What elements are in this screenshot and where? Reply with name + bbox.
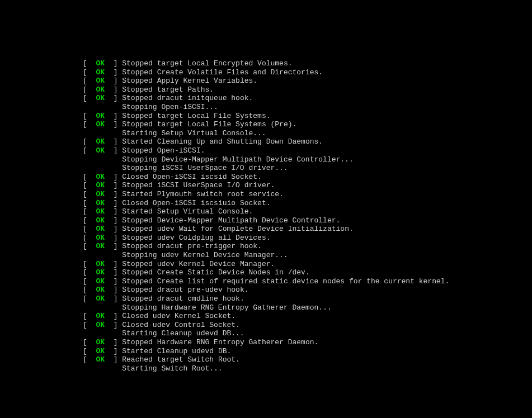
boot-message: Stopped Apply Kernel Variables.: [122, 77, 257, 86]
boot-message: Stopped udev Coldplug all Devices.: [122, 234, 270, 243]
bracket-open: [: [83, 277, 87, 286]
status-pad: [105, 173, 114, 182]
bracket-open: [: [83, 260, 87, 269]
boot-message: Reached target Switch Root.: [122, 355, 240, 364]
status-pad: [87, 86, 96, 94]
boot-line: [ OK ] Stopped target Local Encrypted Vo…: [83, 59, 532, 68]
boot-message: Started Cleaning Up and Shutting Down Da…: [122, 137, 323, 146]
boot-message: Stopped Create list of required static d…: [122, 277, 449, 286]
status-ok: OK: [96, 112, 105, 121]
bracket-open: [: [83, 77, 87, 86]
boot-message: Stopped dracut cmdline hook.: [122, 294, 244, 303]
status-pad: [105, 112, 114, 121]
bracket-open: [: [83, 137, 87, 146]
bracket-open: [: [83, 68, 87, 77]
status-ok: OK: [96, 173, 105, 182]
status-ok: OK: [96, 286, 105, 294]
boot-message: Starting Cleanup udevd DB...: [122, 329, 244, 338]
boot-line: [ OK ] Closed Open-iSCSI iscsid Socket.: [83, 173, 532, 182]
status-pad: [87, 137, 96, 146]
boot-line: [ OK ] Stopped udev Kernel Device Manage…: [83, 260, 532, 269]
spacer: [117, 68, 122, 77]
spacer: [117, 234, 122, 243]
boot-message: Stopped dracut pre-trigger hook.: [122, 242, 262, 251]
status-pad: [87, 225, 96, 234]
boot-message: Stopped target Paths.: [122, 86, 214, 94]
bracket-open: [: [83, 207, 87, 216]
boot-line: [ OK ] Started Plymouth switch root serv…: [83, 190, 532, 199]
status-pad: [87, 234, 96, 243]
bracket-close: ]: [114, 277, 118, 286]
boot-line: [ OK ] Stopped Create Static Device Node…: [83, 268, 532, 277]
boot-line: [ OK ] Stopped Create Volatile Files and…: [83, 68, 532, 77]
status-ok: OK: [96, 181, 105, 190]
status-pad: [87, 59, 96, 68]
status-pad: [105, 338, 114, 347]
status-ok: OK: [96, 225, 105, 234]
bracket-close: ]: [114, 294, 118, 303]
boot-line: [ OK ] Stopped dracut pre-trigger hook.: [83, 242, 532, 251]
boot-message: Started Setup Virtual Console.: [122, 207, 253, 216]
boot-message: Stopping Open-iSCSI...: [122, 103, 218, 112]
bracket-close: ]: [114, 112, 118, 121]
bracket-close: ]: [114, 181, 118, 190]
boot-message: Stopped dracut initqueue hook.: [122, 94, 253, 103]
bracket-close: ]: [114, 137, 118, 146]
bracket-close: ]: [114, 312, 118, 321]
status-pad: [87, 260, 96, 269]
status-pad: [87, 199, 96, 208]
status-pad: [105, 277, 114, 286]
boot-message: Stopped Create Volatile Files and Direct…: [122, 68, 323, 77]
status-ok: OK: [96, 321, 105, 330]
boot-console: [ OK ] Stopped target Local Encrypted Vo…: [0, 0, 532, 373]
boot-line: [ OK ] Reached target Switch Root.: [83, 355, 532, 364]
status-pad: [87, 94, 96, 103]
bracket-close: ]: [114, 68, 118, 77]
status-pad: [105, 355, 114, 364]
status-pad: [105, 260, 114, 269]
indent: [83, 155, 122, 164]
status-pad: [87, 112, 96, 121]
status-ok: OK: [96, 59, 105, 68]
bracket-close: ]: [114, 242, 118, 251]
boot-line: [ OK ] Stopped udev Coldplug all Devices…: [83, 234, 532, 243]
boot-line: [ OK ] Stopped udev Wait for Complete De…: [83, 225, 532, 234]
boot-message: Starting Switch Root...: [122, 364, 222, 373]
bracket-open: [: [83, 242, 87, 251]
boot-message: Started Cleanup udevd DB.: [122, 347, 231, 356]
bracket-open: [: [83, 86, 87, 94]
status-pad: [87, 120, 96, 129]
status-pad: [105, 234, 114, 243]
indent: [83, 329, 122, 338]
boot-message: Stopping Device-Mapper Multipath Device …: [122, 155, 353, 164]
bracket-open: [: [83, 216, 87, 225]
status-pad: [87, 146, 96, 155]
status-pad: [87, 312, 96, 321]
status-pad: [105, 181, 114, 190]
spacer: [117, 59, 122, 68]
status-pad: [105, 347, 114, 356]
spacer: [117, 173, 122, 182]
bracket-open: [: [83, 190, 87, 199]
bracket-open: [: [83, 112, 87, 121]
boot-line: [ OK ] Closed udev Kernel Socket.: [83, 312, 532, 321]
spacer: [117, 312, 122, 321]
boot-message: Closed udev Kernel Socket.: [122, 312, 236, 321]
boot-line: [ OK ] Stopped Create list of required s…: [83, 277, 532, 286]
status-pad: [105, 190, 114, 199]
status-ok: OK: [96, 86, 105, 94]
bracket-close: ]: [114, 120, 118, 129]
status-pad: [105, 207, 114, 216]
status-pad: [105, 321, 114, 330]
bracket-open: [: [83, 312, 87, 321]
indent: [83, 129, 122, 138]
status-pad: [105, 94, 114, 103]
bracket-close: ]: [114, 94, 118, 103]
boot-line: Stopping Device-Mapper Multipath Device …: [83, 155, 532, 164]
status-ok: OK: [96, 338, 105, 347]
status-ok: OK: [96, 199, 105, 208]
boot-line: [ OK ] Started Cleanup udevd DB.: [83, 347, 532, 356]
boot-message: Stopped iSCSI UserSpace I/O driver.: [122, 181, 275, 190]
boot-line: Stopping iSCSI UserSpace I/O driver...: [83, 164, 532, 173]
boot-message: Stopped Open-iSCSI.: [122, 146, 205, 155]
